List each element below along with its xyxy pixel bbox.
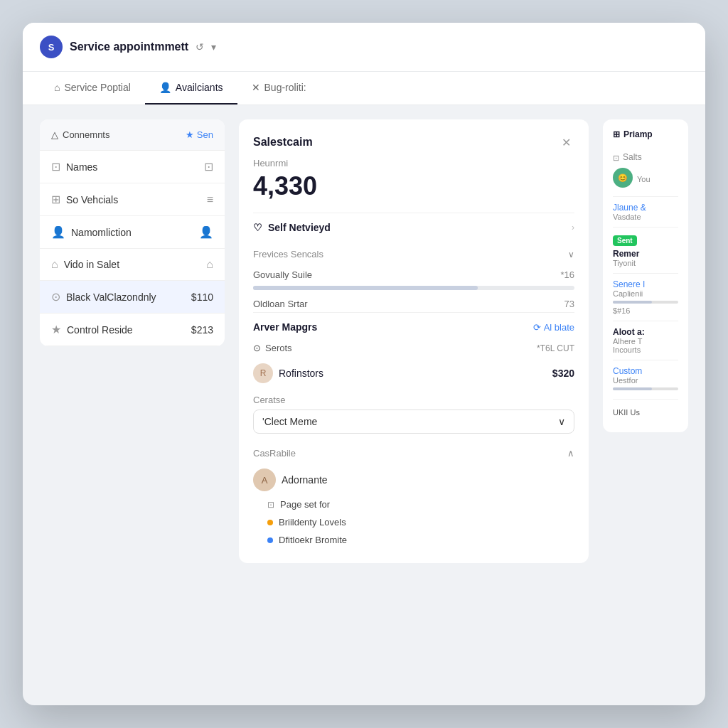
serots-code: *T6L CUT — [537, 343, 574, 353]
incourts-label: Incourts — [613, 346, 678, 354]
salestcaim-title: Salestcaim — [253, 136, 313, 149]
casrabile-header[interactable]: CasRabile ∧ — [253, 442, 574, 464]
sales-card-close[interactable]: ✕ — [557, 134, 574, 151]
tab-bug-roliti[interactable]: ✕ Bug-roliti: — [237, 72, 321, 105]
select-value: 'Clect Meme — [262, 416, 317, 427]
govually-row: Govually Suile *16 — [253, 267, 574, 283]
sen-button[interactable]: ★ Sen — [186, 129, 213, 140]
briildenty-item: Briildenty Lovels — [267, 513, 574, 531]
tab-bar: ⌂ Service Poptial 👤 Availciants ✕ Bug-ro… — [23, 72, 705, 105]
priamp-icon: ⊞ — [613, 129, 620, 139]
main-content: △ Connemnts ★ Sen ⊡ Names ⊡ ⊞ So Vehci — [23, 105, 705, 577]
nav-item-names[interactable]: ⊡ Names ⊡ — [40, 151, 225, 183]
yellow-dot-icon — [267, 520, 273, 525]
bug-roliti-icon: ✕ — [252, 82, 260, 93]
service-portal-icon: ⌂ — [54, 82, 60, 93]
oldloan-value: 73 — [564, 299, 574, 309]
select-chevron-icon: ∨ — [558, 416, 565, 427]
black-val-icon: ⊙ — [51, 290, 60, 304]
self-network-row[interactable]: ♡ Self Netvieyd › — [253, 213, 574, 242]
nav-item-black-val[interactable]: ⊙ Black ValClazondnly $110 — [40, 281, 225, 314]
senere-bar — [613, 301, 678, 304]
star-icon: ★ — [186, 129, 194, 140]
names-action-icon: ⊡ — [204, 160, 213, 173]
hash-label: $#16 — [613, 306, 678, 315]
arver-title: Arver Mapgrs — [253, 321, 317, 333]
app-window: S Service appointmmett ↺ ▾ ⌂ Service Pop… — [23, 23, 705, 705]
heart-icon: ♡ — [253, 222, 262, 233]
govually-bar-fill — [253, 286, 478, 290]
blue-dot-icon — [267, 537, 273, 543]
header-title: Service appointmmett — [70, 41, 188, 53]
namomliction-icon: 👤 — [51, 225, 65, 239]
right-salts-item: ⊡ Salts 😊 You — [613, 146, 678, 197]
availciants-icon: 👤 — [159, 82, 171, 93]
arver-section: Arver Mapgrs ⟳ Al blate — [253, 312, 574, 338]
frevices-chevron: ∨ — [568, 250, 574, 259]
names-icon: ⊡ — [51, 160, 60, 173]
govually-bar — [253, 286, 574, 290]
right-card-priamp: ⊞ Priamp ⊡ Salts 😊 You Jlaune & Vasdate — [603, 119, 688, 432]
salts-label: Salts — [623, 152, 642, 162]
aloot-label: Aloot a: — [613, 327, 678, 337]
senere-label: Senere I — [613, 279, 678, 289]
oldloan-row: Oldloan Srtar 73 — [253, 296, 574, 312]
vehicials-action-icon: ≡ — [207, 193, 213, 206]
dropdown-icon[interactable]: ▾ — [211, 41, 216, 53]
adorname-label: Adornante — [282, 474, 328, 486]
custom-bar — [613, 387, 678, 390]
adorname-avatar: A — [253, 469, 276, 491]
vehicials-icon: ⊞ — [51, 193, 60, 206]
right-custom-item: Custom Uestfor — [613, 360, 678, 400]
vido-action-icon: ⌂ — [206, 258, 213, 271]
sales-number: 4,330 — [253, 171, 574, 201]
nav-item-so-vehicials[interactable]: ⊞ So Vehcials ≡ — [40, 183, 225, 216]
frevices-section-header[interactable]: Frevices Sencals ∨ — [253, 242, 574, 267]
right-senere-item: Senere I Caplienii $#16 — [613, 274, 678, 321]
tiyonit-label: Tiyonit — [613, 259, 678, 267]
custom-label: Custom — [613, 366, 678, 376]
oldloan-label: Oldloan Srtar — [253, 299, 308, 309]
rofinstors-price: $320 — [552, 368, 574, 379]
right-aloot-item: Aloot a: Alhere T Incourts — [613, 321, 678, 360]
app-logo: S — [40, 36, 63, 58]
page-set-item: ⊡ Page set for — [267, 496, 574, 513]
lesfor-label: Uestfor — [613, 376, 678, 385]
serots-icon: ⊙ — [253, 343, 261, 353]
vasdate-label: Vasdate — [613, 213, 678, 221]
caplienii-label: Caplienii — [613, 289, 678, 298]
namomliction-action-icon: 👤 — [199, 225, 213, 239]
connemnts-icon: △ — [51, 129, 58, 140]
ceratse-select[interactable]: 'Clect Meme ∨ — [253, 410, 574, 434]
header: S Service appointmmett ↺ ▾ — [23, 23, 705, 72]
serots-row: ⊙ Serots *T6L CUT — [253, 338, 574, 358]
priamp-title: ⊞ Priamp — [613, 129, 678, 139]
nav-item-vido-in-salet[interactable]: ⌂ Vido in Salet ⌂ — [40, 249, 225, 281]
sales-card: Salestcaim ✕ Heunrmi 4,330 ♡ Self Netvie… — [239, 119, 589, 563]
sync-icon: ⟳ — [533, 322, 541, 333]
sub-items: ⊡ Page set for Briildenty Lovels Dfitloe… — [253, 496, 574, 549]
right-ukii-item: UKII Us — [613, 400, 678, 422]
page-set-icon: ⊡ — [267, 500, 274, 510]
alblate-button[interactable]: ⟳ Al blate — [533, 322, 574, 333]
dfitloekr-item: Dfitloekr Bromite — [267, 531, 574, 549]
left-panel: △ Connemnts ★ Sen ⊡ Names ⊡ ⊞ So Vehci — [40, 119, 225, 346]
govually-value: *16 — [560, 269, 574, 280]
casrabile-chevron: ∧ — [567, 448, 574, 459]
self-network-chevron: › — [572, 223, 574, 232]
custom-bar-fill — [613, 387, 652, 390]
tab-availciants[interactable]: 👤 Availciants — [145, 72, 237, 105]
middle-panel: Salestcaim ✕ Heunrmi 4,330 ♡ Self Netvie… — [239, 119, 589, 563]
jaune-label: Jlaune & — [613, 203, 678, 213]
nav-item-namomliction[interactable]: 👤 Namomliction 👤 — [40, 216, 225, 249]
casrabile-section: CasRabile ∧ A Adornante ⊡ Page set for — [253, 434, 574, 549]
you-avatar: 😊 — [613, 168, 633, 188]
rofinstors-avatar: R — [253, 363, 273, 383]
nav-item-control-reside[interactable]: ★ Control Reside $213 — [40, 314, 225, 346]
tab-service-portal[interactable]: ⌂ Service Poptial — [40, 72, 145, 105]
senere-bar-fill — [613, 301, 652, 304]
casrabile-label: CasRabile — [253, 448, 296, 459]
undo-icon[interactable]: ↺ — [196, 41, 204, 53]
rofinstors-row: R Rofinstors $320 — [253, 358, 574, 389]
sales-subtitle: Heunrmi — [253, 158, 574, 168]
